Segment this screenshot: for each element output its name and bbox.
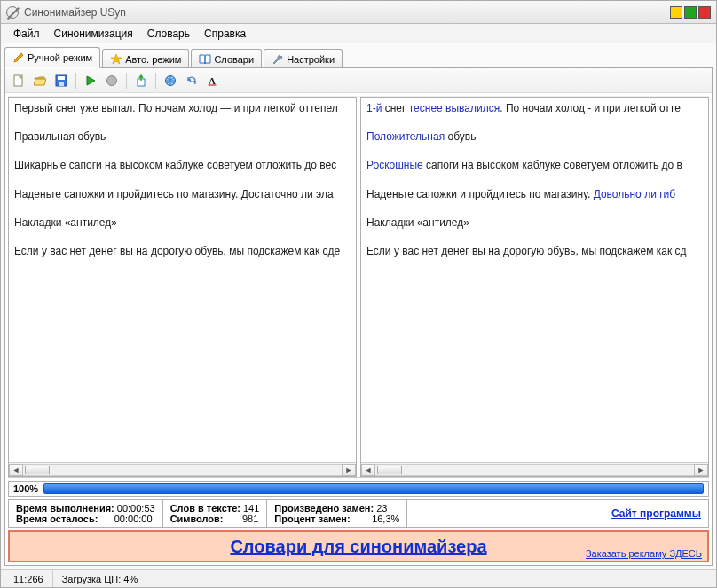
save-icon <box>55 74 67 87</box>
scroll-right-icon[interactable]: ► <box>694 464 708 476</box>
res-line: Наденьте сапожки и пройдитесь по магазин… <box>366 187 703 201</box>
res-line: Накладки «антилед» <box>366 216 703 230</box>
folder-open-icon <box>34 74 46 87</box>
save-button[interactable] <box>51 71 71 90</box>
run-button[interactable] <box>81 71 100 90</box>
res-line: Положительная обувь <box>366 129 703 144</box>
src-line: Накладки «антилед» <box>14 216 351 230</box>
result-hscrollbar[interactable]: ◄ ► <box>361 462 708 476</box>
scroll-thumb[interactable] <box>377 466 402 474</box>
open-file-button[interactable] <box>30 71 50 90</box>
src-line: Шикарные сапоги на высоком каблуке совет… <box>14 158 351 172</box>
wrench-icon <box>272 53 284 66</box>
statusbar: 11:266 Загрузка ЦП: 4% <box>1 569 716 587</box>
svg-point-4 <box>107 75 117 85</box>
svg-rect-8 <box>209 84 217 85</box>
stats-link-col: Сайт программы <box>407 500 708 527</box>
app-icon <box>6 6 19 19</box>
svg-text:A: A <box>209 75 216 86</box>
progress-bar <box>43 483 704 494</box>
result-text[interactable]: 1-й снег теснее вывалился. По ночам холо… <box>361 98 708 462</box>
new-file-button[interactable] <box>9 71 28 90</box>
src-line: Первый снег уже выпал. По ночам холод — … <box>14 101 351 115</box>
mode-tabs: Ручной режим Авто. режим Словари Настрой… <box>4 47 713 68</box>
tab-dicts-label: Словари <box>214 54 254 65</box>
result-pane: 1-й снег теснее вывалился. По ночам холо… <box>360 97 709 477</box>
res-line: 1-й снег теснее вывалился. По ночам холо… <box>366 101 703 115</box>
tab-manual-mode[interactable]: Ручной режим <box>4 47 100 68</box>
font-button[interactable]: A <box>203 71 223 90</box>
globe-icon <box>164 74 177 87</box>
refresh-button[interactable] <box>182 71 201 90</box>
src-line: Если у вас нет денег вы на дорогую обувь… <box>14 244 351 258</box>
svg-rect-3 <box>59 82 64 86</box>
menu-help[interactable]: Справка <box>197 25 253 43</box>
stop-icon <box>106 74 118 87</box>
stats-time: Время выполнения: 00:00:53 Время осталос… <box>9 500 163 527</box>
res-line: Роскошные сапоги на высоком каблуке сове… <box>366 158 703 172</box>
tab-dictionaries[interactable]: Словари <box>191 49 262 68</box>
minimize-button[interactable] <box>670 6 682 19</box>
progress-percent: 100% <box>13 483 38 494</box>
menu-file[interactable]: Файл <box>6 25 47 43</box>
scroll-thumb[interactable] <box>25 466 50 474</box>
stats-words: Слов в тексте: 141 Символов: 981 <box>163 500 268 527</box>
toolbar: A <box>5 68 712 93</box>
tab-manual-label: Ручной режим <box>28 52 92 63</box>
star-icon <box>110 53 122 66</box>
play-icon <box>84 74 97 87</box>
scroll-right-icon[interactable]: ► <box>342 464 356 476</box>
tab-auto-label: Авто. режим <box>125 54 181 65</box>
stats-replacements: Произведено замен: 23 Процент замен: 16,… <box>267 500 407 527</box>
menu-dictionary[interactable]: Словарь <box>140 25 197 43</box>
stop-button[interactable] <box>102 71 122 90</box>
main-panel: A Первый снег уже выпал. По ночам холод … <box>4 67 713 566</box>
tab-settings-label: Настройки <box>287 54 335 65</box>
svg-rect-2 <box>58 76 65 80</box>
refresh-icon <box>185 74 198 87</box>
scroll-track[interactable] <box>375 464 694 476</box>
src-line: Правильная обувь <box>14 129 351 144</box>
new-file-icon <box>12 74 25 87</box>
menu-synonymize[interactable]: Синонимизация <box>47 25 140 43</box>
maximize-button[interactable] <box>684 6 697 19</box>
scroll-track[interactable] <box>23 464 342 476</box>
scroll-left-icon[interactable]: ◄ <box>9 464 23 476</box>
scroll-left-icon[interactable]: ◄ <box>361 464 375 476</box>
res-line: Если у вас нет денег вы на дорогую обувь… <box>366 244 703 258</box>
status-cursor-pos: 11:266 <box>4 570 53 587</box>
ad-main-link[interactable]: Словари для синонимайзера <box>230 537 486 557</box>
stats-panel: Время выполнения: 00:00:53 Время осталос… <box>8 499 709 528</box>
editor-split: Первый снег уже выпал. По ночам холод — … <box>8 96 709 478</box>
window-title: Синонимайзер USyn <box>24 6 126 19</box>
titlebar: Синонимайзер USyn <box>1 1 716 24</box>
book-icon <box>199 53 211 66</box>
close-button[interactable] <box>698 6 711 19</box>
ad-banner: Словари для синонимайзера Заказать рекла… <box>8 530 709 562</box>
source-text[interactable]: Первый снег уже выпал. По ночам холод — … <box>9 98 356 462</box>
program-site-link[interactable]: Сайт программы <box>611 507 701 520</box>
progress-panel: 100% <box>8 481 709 497</box>
status-cpu: Загрузка ЦП: 4% <box>53 570 147 587</box>
src-line: Наденьте сапожки и пройдитесь по магазин… <box>14 187 351 201</box>
work-area: Ручной режим Авто. режим Словари Настрой… <box>1 43 716 569</box>
export-icon <box>135 74 147 87</box>
export-button[interactable] <box>131 71 151 90</box>
source-hscrollbar[interactable]: ◄ ► <box>9 462 356 476</box>
tab-settings[interactable]: Настройки <box>264 49 343 68</box>
pencil-icon <box>12 51 25 64</box>
ad-order-link[interactable]: Заказать рекламу ЗДЕСЬ <box>586 548 702 559</box>
font-icon: A <box>207 74 219 87</box>
tab-auto-mode[interactable]: Авто. режим <box>102 49 189 68</box>
menubar: Файл Синонимизация Словарь Справка <box>1 24 716 43</box>
web-button[interactable] <box>161 71 180 90</box>
source-pane: Первый снег уже выпал. По ночам холод — … <box>8 97 357 477</box>
